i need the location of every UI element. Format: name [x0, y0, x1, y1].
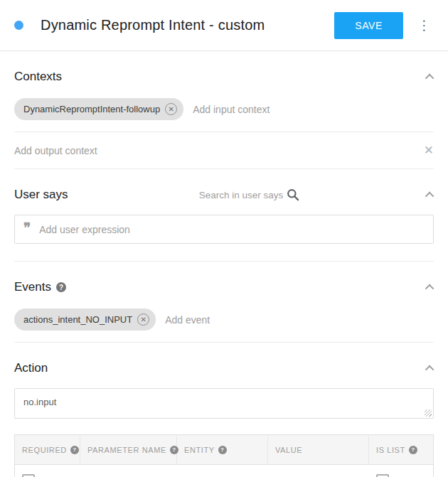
column-header-entity: ENTITY ? — [177, 435, 268, 465]
entity-cell — [177, 465, 268, 477]
quote-icon: ❞ — [23, 224, 31, 232]
remove-event-icon[interactable]: ✕ — [137, 313, 149, 326]
column-header-value: VALUE — [268, 435, 369, 465]
save-button[interactable]: SAVE — [334, 12, 403, 39]
help-icon[interactable]: ? — [70, 446, 79, 454]
action-title: Action — [14, 361, 48, 375]
action-name-field[interactable]: no.input — [23, 397, 425, 409]
events-section: Events ? actions_intent_NO_INPUT ✕ — [0, 280, 448, 343]
column-header-label: PARAMETER NAME — [87, 446, 166, 454]
is-list-checkbox[interactable] — [376, 474, 389, 477]
parameters-table: REQUIRED ? PARAMETER NAME ? ENTITY ? — [14, 434, 434, 477]
column-header-parameter-name: PARAMETER NAME ? — [80, 435, 177, 465]
chevron-up-icon[interactable] — [425, 191, 434, 200]
page-title: Dynamic Reprompt Intent - custom — [41, 17, 265, 33]
parameters-header-row: REQUIRED ? PARAMETER NAME ? ENTITY ? — [15, 435, 434, 465]
action-section: Action no.input REQUIRED ? PARAMETER — [0, 361, 448, 477]
kebab-menu-icon[interactable]: ⋮ — [415, 16, 434, 35]
clear-contexts-icon[interactable]: ✕ — [424, 143, 434, 158]
column-header-label: REQUIRED — [22, 446, 67, 454]
intent-header: Dynamic Reprompt Intent - custom SAVE ⋮ — [0, 0, 448, 51]
parameter-row — [15, 465, 434, 477]
parameter-name-cell — [80, 465, 177, 477]
help-icon[interactable]: ? — [218, 446, 227, 454]
column-header-label: ENTITY — [184, 446, 215, 454]
column-header-label: IS LIST — [376, 446, 405, 454]
input-context-chip[interactable]: DynamicRepromptIntent-followup ✕ — [14, 98, 183, 120]
required-cell — [15, 465, 80, 477]
user-says-section: User says ❞ — [0, 188, 448, 262]
events-title: Events — [14, 280, 51, 294]
search-icon[interactable] — [286, 188, 300, 202]
column-header-label: VALUE — [275, 446, 302, 454]
action-input-box: no.input — [14, 388, 434, 419]
value-cell — [268, 465, 369, 477]
add-event-field[interactable] — [165, 314, 434, 326]
divider — [14, 261, 434, 262]
user-says-search — [185, 188, 310, 202]
search-input[interactable] — [185, 190, 283, 200]
help-icon[interactable]: ? — [170, 446, 178, 454]
output-context-row: ✕ — [14, 132, 434, 168]
divider — [14, 168, 434, 169]
chevron-up-icon[interactable] — [425, 365, 434, 374]
input-contexts-row: DynamicRepromptIntent-followup ✕ — [14, 98, 434, 120]
chevron-up-icon[interactable] — [425, 284, 434, 293]
remove-context-icon[interactable]: ✕ — [165, 103, 177, 115]
help-icon[interactable]: ? — [409, 446, 417, 454]
resize-grip-icon[interactable] — [425, 409, 432, 417]
user-expression-box[interactable]: ❞ — [14, 215, 434, 244]
add-output-context-field[interactable] — [14, 145, 415, 156]
column-header-is-list: IS LIST ? — [369, 435, 434, 465]
add-input-context-field[interactable] — [193, 104, 434, 115]
contexts-title: Contexts — [14, 70, 62, 84]
intent-status-icon — [14, 21, 23, 30]
event-chip[interactable]: actions_intent_NO_INPUT ✕ — [14, 309, 156, 331]
add-user-expression-field[interactable] — [39, 224, 425, 235]
contexts-section: Contexts DynamicRepromptIntent-followup … — [0, 70, 448, 169]
is-list-cell — [369, 465, 434, 477]
event-chip-label: actions_intent_NO_INPUT — [23, 314, 132, 325]
events-row: actions_intent_NO_INPUT ✕ — [14, 309, 434, 331]
input-context-chip-label: DynamicRepromptIntent-followup — [23, 104, 160, 114]
help-icon[interactable]: ? — [56, 282, 66, 292]
chevron-up-icon[interactable] — [425, 73, 434, 82]
required-checkbox[interactable] — [22, 474, 35, 477]
divider — [14, 342, 434, 343]
column-header-required: REQUIRED ? — [15, 435, 80, 465]
user-says-title: User says — [14, 188, 68, 202]
